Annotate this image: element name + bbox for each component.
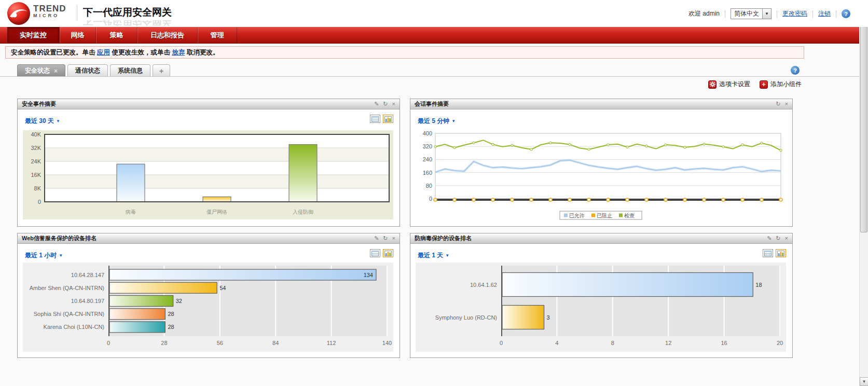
close-icon[interactable]: ×: [392, 235, 395, 242]
svg-text:54: 54: [219, 285, 226, 291]
tab-close-icon[interactable]: ×: [54, 67, 58, 75]
widget-header-icons: ✎ ↻ ×: [374, 101, 395, 107]
help-icon[interactable]: ?: [791, 66, 800, 75]
page-title-reflection: 下一代应用安全网关: [83, 20, 172, 27]
refresh-icon[interactable]: ↻: [776, 235, 780, 242]
refresh-icon[interactable]: ↻: [383, 101, 388, 107]
widget-header: Web信誉服务保护的设备排名 ✎ ↻ ×: [18, 233, 399, 244]
chart-view-icon[interactable]: [776, 249, 786, 257]
svg-text:140: 140: [382, 340, 392, 346]
widget-header: 会话事件摘要 ↻ ×: [410, 99, 792, 109]
svg-text:Sophia Shi (QA-CN-INTRN): Sophia Shi (QA-CN-INTRN): [34, 311, 104, 317]
svg-text:40K: 40K: [31, 131, 41, 137]
discard-link[interactable]: 放弃: [172, 49, 185, 56]
svg-text:56: 56: [217, 340, 223, 346]
gear-icon: [708, 80, 717, 89]
widget-header-icons: ↻ ×: [776, 101, 788, 107]
edit-icon[interactable]: ✎: [767, 235, 771, 242]
chart: 080160240320400已允许已阻止检查: [416, 130, 786, 222]
vertical-scrollbar[interactable]: ▲ ▼: [859, 0, 868, 386]
notice-text: 安全策略的设置已更改。单击: [11, 49, 97, 56]
apply-link[interactable]: 应用: [97, 49, 110, 56]
trend-micro-logo-icon: [7, 2, 30, 25]
help-icon[interactable]: ?: [842, 9, 850, 18]
language-select[interactable]: 简体中文 ▼: [731, 8, 771, 19]
svg-text:80: 80: [426, 183, 432, 189]
tab-label: 安全状态: [25, 66, 50, 75]
scroll-down-icon[interactable]: ▼: [860, 377, 868, 386]
new-tab-button[interactable]: +: [153, 64, 170, 77]
dashboard-toolbar: 选项卡设置 + 添加小组件: [708, 80, 802, 89]
chart: 13410.64.28.14754Amber Shen (QA-CN-INTRN…: [23, 263, 393, 352]
period-dropdown[interactable]: 最近 1 天 ▼: [418, 251, 449, 260]
svg-text:28: 28: [161, 340, 167, 346]
tabs-divider: [0, 76, 859, 77]
table-view-icon[interactable]: [370, 249, 380, 257]
svg-text:10.64.80.197: 10.64.80.197: [71, 298, 104, 304]
widget-header: 安全事件摘要 ✎ ↻ ×: [18, 99, 399, 109]
tab-settings-label: 选项卡设置: [719, 80, 750, 89]
add-widget-button[interactable]: + 添加小组件: [760, 80, 802, 89]
widget-session-events: 会话事件摘要 ↻ × 最近 5 分钟 ▼ 080160240320400已允许已…: [410, 99, 793, 227]
nav-item-network[interactable]: 网络: [60, 27, 96, 43]
logo-swoosh: [7, 2, 30, 25]
nav-item-realtime-monitor[interactable]: 实时监控: [7, 27, 60, 43]
nav-item-logs-reports[interactable]: 日志和报告: [137, 27, 198, 43]
widget-header-icons: ✎ ↻ ×: [374, 235, 395, 242]
chevron-down-icon[interactable]: ▼: [762, 9, 771, 19]
plus-icon: +: [760, 80, 768, 89]
close-icon[interactable]: ×: [785, 101, 788, 107]
separator: [836, 10, 836, 18]
chart: 1810.64.1.623Symphony Luo (RD-CN)0481216…: [416, 263, 786, 352]
svg-text:0: 0: [429, 196, 432, 202]
app-header: TREND MICRO 下一代应用安全网关 下一代应用安全网关 欢迎 admin…: [0, 0, 868, 27]
period-dropdown[interactable]: 最近 5 分钟 ▼: [418, 117, 456, 126]
tab-system-info[interactable]: 系统信息: [110, 64, 150, 77]
period-label: 最近 1 小时: [25, 251, 57, 260]
notice-text: 使更改生效，或单击: [110, 49, 172, 56]
tab-security-status[interactable]: 安全状态 ×: [17, 64, 65, 77]
close-icon[interactable]: ×: [392, 101, 395, 107]
scrollbar-thumb[interactable]: [860, 9, 867, 232]
widget-web-reputation-ranking: Web信誉服务保护的设备排名 ✎ ↻ × 最近 1 小时 ▼ 13410.64.…: [17, 233, 400, 358]
period-dropdown[interactable]: 最近 1 小时 ▼: [25, 251, 63, 260]
svg-text:已允许: 已允许: [569, 213, 585, 218]
tab-settings-button[interactable]: 选项卡设置: [708, 80, 750, 89]
close-icon[interactable]: ×: [785, 235, 788, 242]
widget-security-events: 安全事件摘要 ✎ ↻ × 最近 30 天 ▼ 08K16K24K32K40K病毒…: [17, 99, 400, 227]
svg-text:16K: 16K: [31, 172, 41, 178]
welcome-text: 欢迎 admin: [688, 9, 720, 18]
add-widget-label: 添加小组件: [770, 80, 802, 89]
svg-text:入侵防御: 入侵防御: [293, 209, 313, 215]
period-dropdown[interactable]: 最近 30 天 ▼: [25, 117, 60, 126]
separator: [812, 10, 813, 18]
svg-text:20: 20: [777, 340, 783, 346]
nav-item-admin[interactable]: 管理: [198, 27, 237, 43]
logout-link[interactable]: 注销: [818, 9, 831, 18]
tab-label: 通信状态: [75, 66, 100, 75]
svg-text:400: 400: [423, 130, 432, 136]
chart-view-icon[interactable]: [383, 249, 393, 257]
period-label: 最近 5 分钟: [418, 117, 449, 126]
svg-text:28: 28: [168, 324, 174, 330]
svg-text:Amber Shen (QA-CN-INTRN): Amber Shen (QA-CN-INTRN): [30, 285, 104, 291]
refresh-icon[interactable]: ↻: [383, 235, 388, 242]
widget-header: 防病毒保护的设备排名 ✎ ↻ ×: [410, 233, 792, 244]
refresh-icon[interactable]: ↻: [776, 101, 780, 107]
nav-item-policy[interactable]: 策略: [96, 27, 137, 43]
svg-text:160: 160: [423, 170, 432, 176]
tab-traffic-status[interactable]: 通信状态: [67, 64, 108, 77]
svg-text:3: 3: [547, 314, 550, 321]
edit-icon[interactable]: ✎: [374, 235, 379, 242]
change-password-link[interactable]: 更改密码: [782, 9, 807, 18]
table-view-icon[interactable]: [763, 249, 773, 257]
edit-icon[interactable]: ✎: [374, 101, 379, 107]
policy-change-notice: 安全策略的设置已更改。单击 应用 使更改生效，或单击 放弃 取消更改。: [5, 46, 804, 59]
period-label: 最近 30 天: [25, 117, 54, 126]
chart-view-icon[interactable]: [383, 115, 393, 123]
svg-text:12: 12: [665, 340, 671, 346]
view-toggles: [763, 249, 786, 257]
table-view-icon[interactable]: [370, 115, 380, 123]
brand-text: TREND MICRO: [33, 4, 66, 18]
widget-title: 防病毒保护的设备排名: [415, 235, 767, 242]
